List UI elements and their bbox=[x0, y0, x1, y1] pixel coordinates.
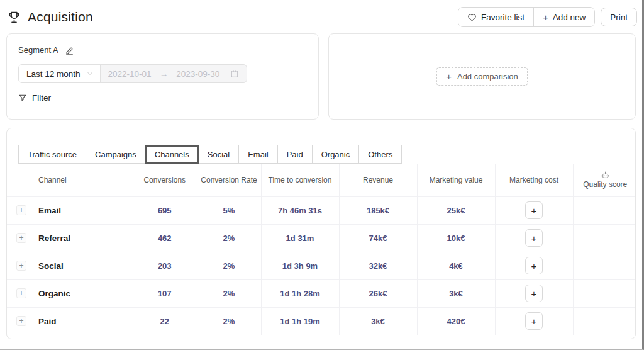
filter-label: Filter bbox=[32, 93, 51, 103]
print-button[interactable]: Print bbox=[601, 8, 637, 26]
channel-cell: Referral bbox=[36, 224, 133, 252]
quality-score-cell bbox=[573, 224, 636, 252]
plus-icon: + bbox=[543, 13, 548, 22]
date-range-control: Last 12 month 2022-10-01 → 2023-09-30 bbox=[18, 64, 247, 83]
chevron-down-icon bbox=[86, 70, 94, 77]
conversion-rate-cell: 2% bbox=[197, 252, 261, 279]
conversions-cell: 22 bbox=[133, 307, 197, 335]
expand-row-button[interactable]: + bbox=[16, 233, 26, 243]
expand-row-button[interactable]: + bbox=[16, 316, 26, 326]
conversion-rate-cell: 2% bbox=[197, 224, 261, 252]
add-new-button[interactable]: + Add new bbox=[533, 8, 594, 26]
quality-score-cell bbox=[573, 252, 636, 279]
marketing-value-cell: 10k€ bbox=[417, 224, 495, 252]
add-marketing-cost-button[interactable]: + bbox=[525, 201, 543, 219]
time-to-conversion-cell: 1d 1h 28m bbox=[261, 279, 339, 307]
time-to-conversion-cell: 7h 46m 31s bbox=[261, 196, 339, 224]
col-header-conversion-rate: Conversion Rate bbox=[197, 164, 261, 196]
table-row-email: + Email 695 5% 7h 46m 31s 185k€ 25k€ + bbox=[7, 196, 636, 224]
table-row-paid: + Paid 22 2% 1d 1h 19m 3k€ 420€ + bbox=[7, 307, 636, 335]
col-header-conversions: Conversions bbox=[133, 164, 197, 196]
marketing-value-cell: 25k€ bbox=[417, 196, 495, 224]
expand-row-button[interactable]: + bbox=[16, 288, 26, 298]
time-to-conversion-cell: 1d 3h 9m bbox=[261, 252, 339, 279]
arrow-right-icon: → bbox=[160, 69, 169, 79]
page-title: Acquisition bbox=[28, 9, 93, 25]
col-header-marketing-cost: Marketing cost bbox=[495, 164, 573, 196]
add-comparison-button[interactable]: + Add comparision bbox=[436, 67, 528, 86]
channel-cell: Paid bbox=[36, 307, 133, 335]
quality-score-cell bbox=[573, 196, 636, 224]
marketing-value-cell: 420€ bbox=[417, 307, 495, 335]
favorite-list-button[interactable]: Favorite list bbox=[458, 8, 533, 26]
col-header-channel: Channel bbox=[36, 164, 133, 196]
channel-tabs: Traffic source Campaigns Channels Social… bbox=[18, 145, 635, 164]
revenue-cell: 26k€ bbox=[339, 279, 417, 307]
action-button-group: Favorite list + Add new bbox=[458, 7, 595, 27]
segment-name: Segment A bbox=[18, 45, 58, 55]
revenue-cell: 32k€ bbox=[339, 252, 417, 279]
time-to-conversion-cell: 1d 31m bbox=[261, 224, 339, 252]
channels-table: Channel Conversions Conversion Rate Time… bbox=[7, 164, 636, 335]
add-marketing-cost-button[interactable]: + bbox=[525, 285, 543, 302]
revenue-cell: 185k€ bbox=[339, 196, 417, 224]
filter-icon bbox=[18, 94, 27, 103]
tab-traffic-source[interactable]: Traffic source bbox=[18, 145, 86, 164]
start-date: 2022-10-01 bbox=[108, 69, 152, 79]
tab-paid[interactable]: Paid bbox=[277, 145, 313, 164]
date-preset-select[interactable]: Last 12 month bbox=[19, 65, 101, 82]
date-preset-value: Last 12 month bbox=[26, 69, 80, 79]
marketing-value-cell: 4k€ bbox=[417, 252, 495, 279]
acquisition-table-card: Traffic source Campaigns Channels Social… bbox=[6, 128, 636, 339]
time-to-conversion-cell: 1d 1h 19m bbox=[261, 307, 339, 335]
table-header-row: Channel Conversions Conversion Rate Time… bbox=[7, 164, 636, 196]
col-header-revenue: Revenue bbox=[339, 164, 417, 196]
add-marketing-cost-button[interactable]: + bbox=[525, 229, 543, 247]
add-new-label: Add new bbox=[553, 13, 586, 22]
conversions-cell: 695 bbox=[133, 196, 197, 224]
tab-others[interactable]: Others bbox=[358, 145, 402, 164]
quality-score-cell bbox=[573, 307, 636, 335]
add-marketing-cost-button[interactable]: + bbox=[525, 257, 543, 274]
plus-icon: + bbox=[446, 72, 452, 81]
tab-channels[interactable]: Channels bbox=[145, 145, 199, 164]
conversions-cell: 107 bbox=[133, 279, 197, 307]
conversions-cell: 462 bbox=[133, 224, 197, 252]
date-range-display: 2022-10-01 → 2023-09-30 bbox=[101, 65, 247, 82]
print-label: Print bbox=[610, 13, 628, 22]
revenue-cell: 3k€ bbox=[339, 307, 417, 335]
revenue-cell: 74k€ bbox=[339, 224, 417, 252]
conversion-rate-cell: 5% bbox=[197, 196, 261, 224]
channel-cell: Email bbox=[36, 196, 133, 224]
robot-icon bbox=[601, 171, 609, 179]
filter-button[interactable]: Filter bbox=[18, 93, 51, 103]
tab-organic[interactable]: Organic bbox=[312, 145, 360, 164]
conversions-cell: 203 bbox=[133, 252, 197, 279]
trophy-icon bbox=[8, 11, 21, 24]
tab-campaigns[interactable]: Campaigns bbox=[86, 145, 146, 164]
edit-segment-icon[interactable] bbox=[65, 46, 74, 55]
table-row-referral: + Referral 462 2% 1d 31m 74k€ 10k€ + bbox=[7, 224, 636, 252]
favorite-list-label: Favorite list bbox=[481, 13, 525, 22]
table-row-social: + Social 203 2% 1d 3h 9m 32k€ 4k€ + bbox=[7, 252, 636, 279]
table-row-organic: + Organic 107 2% 1d 1h 28m 26k€ 3k€ + bbox=[7, 279, 636, 307]
col-header-time-to-conversion: Time to conversion bbox=[261, 164, 339, 196]
col-header-quality-score: Quality score bbox=[573, 164, 636, 196]
heart-icon bbox=[467, 13, 477, 22]
expand-row-button[interactable]: + bbox=[16, 205, 26, 215]
tab-email[interactable]: Email bbox=[238, 145, 278, 164]
channel-cell: Social bbox=[36, 252, 133, 279]
expand-row-button[interactable]: + bbox=[16, 261, 26, 271]
add-marketing-cost-button[interactable]: + bbox=[525, 312, 543, 330]
tab-social[interactable]: Social bbox=[198, 145, 239, 164]
conversion-rate-cell: 2% bbox=[197, 279, 261, 307]
top-bar: Acquisition Favorite list + Add new Prin… bbox=[0, 0, 642, 31]
comparison-card: + Add comparision bbox=[328, 33, 636, 120]
col-header-marketing-value: Marketing value bbox=[417, 164, 495, 196]
calendar-icon bbox=[230, 69, 239, 78]
marketing-value-cell: 3k€ bbox=[417, 279, 495, 307]
end-date: 2023-09-30 bbox=[176, 69, 219, 79]
quality-score-cell bbox=[573, 279, 636, 307]
channel-cell: Organic bbox=[36, 279, 133, 307]
add-comparison-label: Add comparision bbox=[457, 72, 518, 81]
